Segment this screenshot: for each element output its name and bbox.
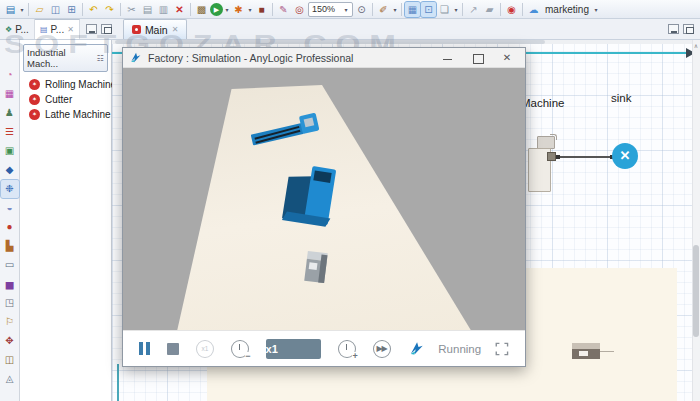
machine-block-label: Machine xyxy=(521,97,564,109)
export-palette-icon[interactable]: ◫ xyxy=(1,351,19,369)
system-dynamics-palette-icon[interactable]: ◒ xyxy=(1,199,19,217)
palette-item-cutter[interactable]: ✶ Cutter xyxy=(20,92,111,107)
reset-speed-button[interactable]: x1 xyxy=(196,340,214,358)
editor-minimize-button[interactable] xyxy=(668,24,679,34)
presentation-palette-icon[interactable]: ● xyxy=(1,218,19,236)
cut-icon[interactable]: ✂ xyxy=(124,2,139,17)
cloud-icon: ☁ xyxy=(526,2,541,17)
new-model-dropdown-caret-icon[interactable]: ▾ xyxy=(19,6,25,13)
vertical-scrollbar-thumb[interactable] xyxy=(693,245,699,337)
anylogic-logo-icon xyxy=(129,51,142,64)
tab-main[interactable]: Main ✕ xyxy=(123,19,187,39)
process-modeling-library-icon[interactable]: ◔ xyxy=(1,66,19,84)
simulation-window-titlebar[interactable]: Factory : Simulation - AnyLogic Professi… xyxy=(123,48,525,68)
controls-palette-icon[interactable]: ▭ xyxy=(1,256,19,274)
statistics-palette-icon[interactable]: ▅ xyxy=(1,275,19,293)
simulation-control-bar: x1 − x1 + ▶▶ Running xyxy=(123,330,525,366)
floor-machine-shape[interactable] xyxy=(572,343,600,359)
save-icon[interactable]: ◫ xyxy=(48,2,63,17)
palette-section-header[interactable]: Industrial Mach... ☷ xyxy=(23,44,108,72)
tab-palette[interactable]: ▤ P... ✕ xyxy=(35,19,80,39)
stop-button[interactable] xyxy=(167,343,179,355)
toolbar-separator xyxy=(462,3,463,16)
fluid-library-icon[interactable]: ◆ xyxy=(1,161,19,179)
canvas-horizontal-scrollbar[interactable] xyxy=(112,40,692,44)
delete-icon[interactable]: ✕ xyxy=(172,2,187,17)
material-handling-library-icon[interactable]: ▦ xyxy=(1,85,19,103)
analysis-palette-icon[interactable]: ▙ xyxy=(1,237,19,255)
window-close-button[interactable]: ✕ xyxy=(495,50,519,66)
road-traffic-library-icon[interactable]: ▣ xyxy=(1,142,19,160)
fast-forward-button[interactable]: ▶▶ xyxy=(373,340,391,358)
layers-icon[interactable]: ❏ xyxy=(437,2,452,17)
debug-dropdown-caret-icon[interactable]: ▾ xyxy=(247,6,253,13)
speed-up-button[interactable]: + xyxy=(338,340,356,358)
palette-item-lathe-machine[interactable]: ✶ Lathe Machine xyxy=(20,107,111,122)
build-icon[interactable]: ▩ xyxy=(194,2,209,17)
palette-tab-icon: ▤ xyxy=(40,25,48,34)
slow-down-button[interactable]: − xyxy=(231,340,249,358)
model-actions-palette-icon[interactable]: ⚐ xyxy=(1,313,19,331)
layers-caret-icon[interactable]: ▾ xyxy=(453,6,459,13)
canvas-vertical-scrollbar[interactable]: ∧ xyxy=(692,40,700,401)
grid-toggle-icon[interactable]: ▦ xyxy=(405,2,420,17)
palette-tab-close-icon[interactable]: ✕ xyxy=(67,25,74,34)
anylogic-application-window: ▤ ▾ ▱ ◫ ⊞ ↶ ↷ ✂ ▤ ▥ ✕ ▩ ▶ ▾ ✱ ▾ ■ ✎ ◎ 15… xyxy=(0,0,700,401)
optimization-palette-icon[interactable]: ✥ xyxy=(1,332,19,350)
help-icon[interactable]: ◉ xyxy=(504,2,519,17)
cloud-account-menu[interactable]: ☁ marketing ▾ xyxy=(526,2,599,17)
panel-maximize-button[interactable] xyxy=(101,24,112,34)
pause-button[interactable] xyxy=(139,342,150,355)
stop-icon[interactable]: ■ xyxy=(254,2,269,17)
machine-to-sink-connector[interactable] xyxy=(558,156,612,158)
redo-icon[interactable]: ↷ xyxy=(102,2,117,17)
clock-hand-icon xyxy=(239,344,241,350)
toolbar-separator xyxy=(120,3,121,16)
run-dropdown-caret-icon[interactable]: ▾ xyxy=(224,6,230,13)
rotate-tool-caret-icon[interactable]: ▾ xyxy=(392,6,398,13)
palette-tab-label: P... xyxy=(50,24,64,35)
tab-projects[interactable]: ❖ P... xyxy=(0,19,35,39)
scrollbar-up-arrow-icon[interactable]: ∧ xyxy=(692,42,700,49)
open-model-icon[interactable]: ▱ xyxy=(32,2,47,17)
toolbar-separator xyxy=(82,3,83,16)
zoom-tool-icon[interactable]: ⊙ xyxy=(354,2,369,17)
save-all-icon[interactable]: ⊞ xyxy=(64,2,79,17)
panel-minimize-button[interactable] xyxy=(86,24,97,34)
palette-item-rolling-machine[interactable]: ✶ Rolling Machine xyxy=(20,77,111,92)
window-maximize-button[interactable] xyxy=(465,50,489,66)
simulation-3d-viewport[interactable] xyxy=(123,68,525,330)
pedestrian-library-icon[interactable]: ♟ xyxy=(1,104,19,122)
agent-palette-icon[interactable]: ❉ xyxy=(1,180,19,198)
new-model-icon[interactable]: ▤ xyxy=(3,2,18,17)
machine-block-shape[interactable] xyxy=(528,136,562,194)
connectivity-palette-icon[interactable]: ◬ xyxy=(1,370,19,388)
connector-mode-icon[interactable]: ↗ xyxy=(466,2,481,17)
draw-pencil-icon[interactable]: ✎ xyxy=(276,2,291,17)
current-speed-button[interactable]: x1 xyxy=(266,339,321,359)
undo-icon[interactable]: ↶ xyxy=(86,2,101,17)
main-tab-close-icon[interactable]: ✕ xyxy=(172,25,179,34)
horizontal-scrollbar-thumb[interactable] xyxy=(115,40,545,44)
rail-library-icon[interactable]: ☰ xyxy=(1,123,19,141)
clock-hand-icon xyxy=(346,344,348,350)
zoom-area-icon[interactable]: ◎ xyxy=(292,2,307,17)
fullscreen-button[interactable] xyxy=(495,342,509,356)
machine-output-port[interactable] xyxy=(547,152,556,161)
zoom-level-combo[interactable]: 150% ▾ xyxy=(308,2,353,17)
debug-icon[interactable]: ✱ xyxy=(231,2,246,17)
copy-icon[interactable]: ▤ xyxy=(140,2,155,17)
palette-view-grid-icon[interactable]: ☷ xyxy=(97,54,104,63)
snap-toggle-icon[interactable]: ⊡ xyxy=(421,2,436,17)
run-icon[interactable]: ▶ xyxy=(210,3,223,16)
window-minimize-button[interactable] xyxy=(435,50,459,66)
rotate-tool-icon[interactable]: ✐ xyxy=(376,2,391,17)
fast-forward-icon: ▶▶ xyxy=(374,341,390,356)
gis-palette-icon[interactable]: ◳ xyxy=(1,294,19,312)
tab-row: ❖ P... ▤ P... ✕ Main ✕ xyxy=(0,19,700,40)
align-shapes-icon[interactable]: ▰ xyxy=(482,2,497,17)
editor-maximize-button[interactable] xyxy=(683,24,694,34)
sink-block[interactable]: ✕ xyxy=(612,143,638,169)
account-name: marketing xyxy=(545,4,589,15)
paste-icon[interactable]: ▥ xyxy=(156,2,171,17)
